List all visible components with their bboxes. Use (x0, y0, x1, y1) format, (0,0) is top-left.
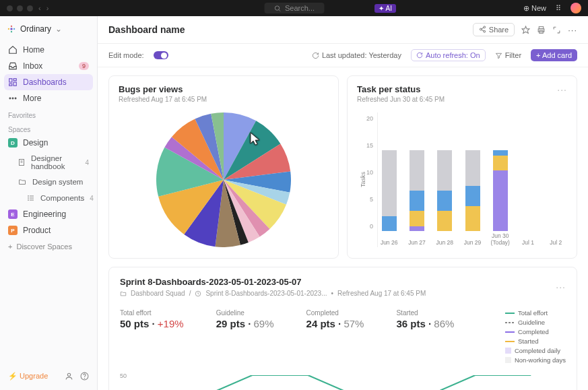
last-updated: Last updated: Yesterday (312, 51, 401, 59)
svg-point-13 (15, 98, 16, 99)
space-product[interactable]: PProduct (4, 222, 93, 238)
home-icon (8, 45, 18, 55)
refresh-icon (312, 52, 319, 59)
svg-line-29 (482, 28, 484, 29)
ai-button[interactable]: ✦ AI (374, 4, 396, 13)
expand-icon[interactable] (552, 26, 561, 34)
more-icon (8, 94, 18, 103)
sidebar-item-home[interactable]: Home (4, 42, 93, 58)
star-icon[interactable] (521, 26, 530, 34)
svg-point-22 (28, 200, 29, 201)
autorefresh-icon (416, 52, 423, 59)
card-menu-icon[interactable]: ··· (556, 282, 566, 292)
space-child[interactable]: Components4 (4, 190, 93, 206)
page-title: Dashboard name (108, 24, 185, 35)
svg-point-23 (67, 373, 70, 376)
svg-point-5 (11, 26, 12, 27)
more-icon[interactable]: ··· (568, 25, 577, 35)
nav-arrows[interactable]: ‹ › (38, 4, 48, 12)
bar-column: Jun 30(Today) (489, 112, 511, 231)
space-child[interactable]: Design system (4, 174, 93, 190)
edit-mode-toggle[interactable] (154, 51, 168, 59)
os-topbar: ‹ › Search... ✦ AI ⊕ New ⠿ (0, 0, 588, 16)
search-icon (273, 5, 281, 12)
space-engineering[interactable]: EEngineering (4, 206, 93, 222)
traffic-lights (7, 5, 33, 11)
svg-point-0 (275, 5, 279, 9)
page-header: Dashboard name Share ··· (98, 16, 588, 44)
auto-refresh-pill[interactable]: Auto refresh: On (411, 49, 486, 61)
filter-button[interactable]: Filter (495, 51, 521, 59)
card-title: Task per status (357, 84, 567, 94)
filter-icon (495, 52, 502, 59)
add-card-button[interactable]: + Add card (531, 49, 577, 61)
svg-point-20 (28, 196, 29, 197)
legend-item: Non-working days (505, 356, 566, 364)
legend-item: Started (505, 337, 566, 345)
card-title: Bugs per views (119, 84, 329, 94)
dashboard-toolbar: Edit mode: Last updated: Yesterday Auto … (98, 44, 588, 67)
svg-rect-10 (9, 84, 12, 86)
card-menu-icon[interactable]: ··· (557, 84, 567, 95)
sprint-card: Sprint 8-Dashboards-2023-05-01-2023-05-0… (108, 267, 577, 390)
bar-chart: Tasks 20151050 Jun 26Jun 27Jun 28Jun 29J… (357, 112, 567, 247)
new-button[interactable]: ⊕ New (523, 4, 546, 13)
dashboard-icon (8, 77, 18, 87)
print-icon[interactable] (537, 26, 546, 34)
card-refreshed: Refreshed Jun 30 at 6:45 PM (357, 96, 567, 103)
chevron-down-icon: ⌄ (55, 24, 62, 34)
y-axis-label: Tasks (357, 172, 366, 187)
svg-line-1 (278, 9, 280, 11)
bar-column: Jul 1 (517, 112, 539, 231)
ytick: 50 (120, 372, 127, 379)
svg-point-3 (8, 28, 9, 30)
sidebar-item-dashboards[interactable]: Dashboards (4, 74, 93, 90)
metric-total-effort: Total effort50 pts · +19% (120, 309, 184, 366)
bar-column: Jun 26 (378, 112, 400, 231)
share-button[interactable]: Share (473, 23, 515, 36)
space-design[interactable]: DDesign (4, 135, 93, 151)
back-icon[interactable]: ‹ (38, 4, 41, 12)
space-child[interactable]: Designer handbook4 (4, 151, 93, 174)
workspace-name: Ordinary (20, 24, 51, 34)
svg-point-6 (11, 31, 12, 32)
bar-column: Jun 27 (405, 112, 428, 231)
card-refreshed: Refreshed Aug 17 at 6:45 PM (119, 96, 329, 103)
upgrade-button[interactable]: ⚡ Upgrade (8, 372, 48, 381)
bar-column: Jun 29 (461, 112, 484, 231)
forward-icon[interactable]: › (46, 4, 49, 12)
discover-spaces[interactable]: + Discover Spaces (4, 238, 93, 255)
share-icon (479, 26, 486, 33)
sprint-icon (195, 290, 201, 297)
svg-marker-31 (522, 26, 529, 33)
search-placeholder: Search... (285, 4, 315, 12)
svg-point-12 (12, 98, 13, 99)
task-per-status-card: ··· Task per status Refreshed Jun 30 at … (347, 75, 577, 259)
user-icon[interactable] (65, 372, 73, 381)
svg-point-28 (484, 30, 486, 32)
sidebar-item-inbox[interactable]: Inbox9 (4, 58, 93, 74)
sprint-breadcrumb: Dashboard Squad / Sprint 8-Dashboards-20… (120, 290, 556, 297)
metric-started: Started36 pts · 86% (396, 309, 454, 366)
help-icon[interactable] (80, 372, 89, 381)
legend-item: Total effort (505, 309, 566, 317)
bar-column: Jun 28 (434, 112, 456, 231)
workspace-switcher[interactable]: Ordinary ⌄ (4, 22, 93, 36)
doc-icon (18, 158, 26, 167)
global-search[interactable]: Search... (264, 3, 324, 13)
folder-icon (18, 177, 27, 187)
sidebar-item-more[interactable]: More (4, 90, 93, 106)
sidebar: Ordinary ⌄ HomeInbox9DashboardsMore Favo… (0, 16, 98, 390)
apps-icon[interactable]: ⠿ (556, 4, 561, 13)
avatar[interactable] (570, 3, 581, 13)
inbox-icon (8, 61, 18, 71)
legend-item: Completed daily (505, 347, 566, 354)
list-icon (27, 193, 35, 203)
sprint-title: Sprint 8-Dashboards-2023-05-01-2023-05-0… (120, 277, 556, 287)
svg-point-21 (28, 198, 29, 199)
svg-point-2 (10, 28, 13, 30)
line-chart: 50 40 30 (120, 375, 566, 390)
main-content: Dashboard name Share ··· Edit mode: Last… (98, 16, 588, 390)
svg-rect-9 (13, 82, 16, 86)
svg-point-27 (480, 28, 482, 30)
